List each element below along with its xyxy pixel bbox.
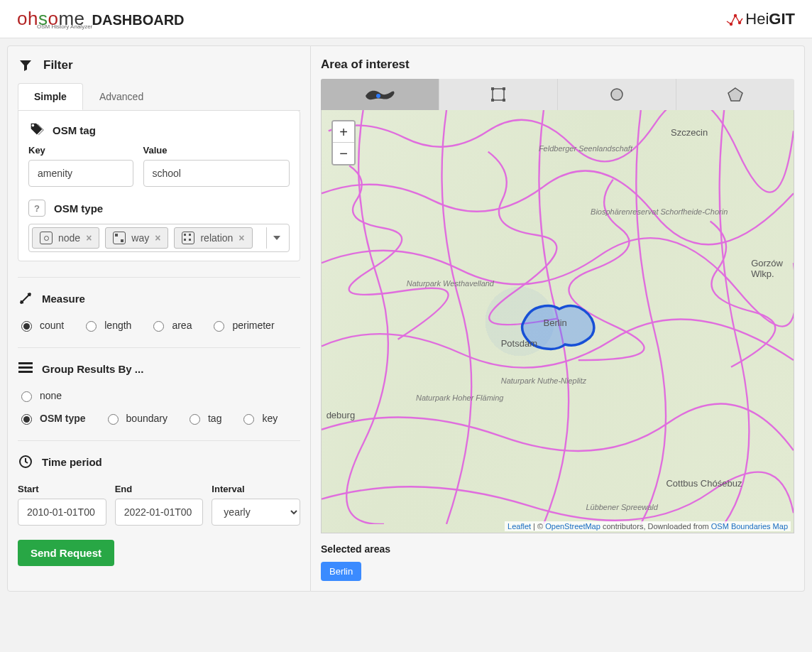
selected-boundary-berlin[interactable] xyxy=(515,296,600,352)
key-input[interactable] xyxy=(28,160,133,187)
interval-select[interactable]: yearly xyxy=(212,499,300,526)
measure-perimeter[interactable]: perimeter xyxy=(210,319,274,332)
osm-type-select[interactable]: node × way × relation × xyxy=(28,224,290,252)
clock-icon xyxy=(18,454,33,469)
relation-icon xyxy=(182,232,194,244)
aoi-tool-poly[interactable] xyxy=(676,79,794,110)
svg-rect-7 xyxy=(503,87,505,90)
filter-tabs: Simple Advanced xyxy=(18,83,300,111)
measure-options: count length area perimeter xyxy=(18,319,300,332)
osm-type-title: OSM type xyxy=(54,202,103,214)
svg-rect-8 xyxy=(491,99,494,102)
send-request-button[interactable]: Send Request xyxy=(18,540,114,566)
time-heading: Time period xyxy=(18,454,300,469)
zoom-out-button[interactable]: − xyxy=(333,143,354,164)
brand-tagline: OSM History Analyzer xyxy=(37,23,92,30)
measure-count[interactable]: count xyxy=(18,319,64,332)
zoom-in-button[interactable]: + xyxy=(333,121,354,143)
aoi-heading: Area of interest xyxy=(321,58,794,72)
chevron-down-icon[interactable] xyxy=(266,227,286,249)
start-label: Start xyxy=(18,484,106,494)
svg-point-10 xyxy=(611,89,622,100)
svg-rect-9 xyxy=(503,99,505,102)
svg-point-4 xyxy=(376,94,380,98)
way-icon xyxy=(113,232,126,244)
aoi-tool-circle[interactable] xyxy=(558,79,676,110)
svg-point-1 xyxy=(734,13,737,16)
circle-icon xyxy=(609,87,625,102)
polygon-icon xyxy=(727,87,744,102)
selected-areas-title: Selected areas xyxy=(321,543,794,555)
value-input[interactable] xyxy=(143,160,290,187)
selected-area-badge[interactable]: Berlin xyxy=(321,562,361,581)
rect-icon xyxy=(490,87,506,102)
svg-rect-5 xyxy=(493,89,504,100)
leaflet-link[interactable]: Leaflet xyxy=(508,522,531,531)
group-osmtype[interactable]: OSM type xyxy=(18,412,86,425)
chip-node[interactable]: node × xyxy=(32,227,99,249)
value-label: Value xyxy=(143,145,290,156)
filter-heading: Filter xyxy=(18,58,300,73)
remove-icon[interactable]: × xyxy=(238,232,244,244)
group-boundary[interactable]: boundary xyxy=(104,412,168,425)
heigit-icon xyxy=(725,11,744,27)
osm-tag-card: OSM tag Key Value ? OSM type xyxy=(18,110,300,261)
boundary-icon xyxy=(363,86,397,103)
node-icon xyxy=(40,232,53,244)
chip-way[interactable]: way × xyxy=(105,227,168,249)
start-input[interactable] xyxy=(18,499,106,526)
filter-icon xyxy=(18,58,33,73)
aoi-tool-rect[interactable] xyxy=(439,79,558,110)
list-icon xyxy=(18,361,33,376)
selected-areas: Selected areas Berlin xyxy=(321,543,794,581)
group-key[interactable]: key xyxy=(240,412,278,425)
svg-point-0 xyxy=(730,22,733,25)
aoi-panel: Area of interest xyxy=(311,45,805,592)
groupby-heading: Group Results By ... xyxy=(18,361,300,376)
tab-advanced[interactable]: Advanced xyxy=(83,83,160,110)
zoom-control: + − xyxy=(331,120,356,165)
end-input[interactable] xyxy=(115,499,204,526)
filter-title: Filter xyxy=(43,58,73,72)
measure-icon xyxy=(18,290,33,306)
measure-heading: Measure xyxy=(18,290,300,306)
group-tag[interactable]: tag xyxy=(186,412,221,425)
filter-panel: Filter Simple Advanced OSM tag Key Value xyxy=(7,45,311,592)
measure-area[interactable]: area xyxy=(150,319,192,332)
tag-icon xyxy=(28,122,44,138)
interval-label: Interval xyxy=(212,484,300,494)
svg-point-2 xyxy=(738,21,741,23)
map[interactable]: + − Leaflet | © OpenStreetMap contributo… xyxy=(321,110,794,533)
org-logo: HeiGIT xyxy=(725,10,795,28)
key-label: Key xyxy=(28,145,133,156)
topbar: ohsome DASHBOARD OSM History Analyzer He… xyxy=(0,0,812,38)
osm-link[interactable]: OpenStreetMap xyxy=(545,522,600,531)
chip-relation[interactable]: relation × xyxy=(174,227,252,249)
aoi-tool-boundary[interactable] xyxy=(321,79,439,110)
brand-suffix: DASHBOARD xyxy=(92,12,185,28)
aoi-toolbar xyxy=(321,79,794,110)
map-attribution: Leaflet | © OpenStreetMap contributors, … xyxy=(505,521,791,531)
svg-marker-11 xyxy=(728,88,742,101)
osm-tag-title: OSM tag xyxy=(53,124,96,136)
tab-simple[interactable]: Simple xyxy=(18,83,83,110)
obm-link[interactable]: OSM Boundaries Map xyxy=(711,522,788,531)
help-icon[interactable]: ? xyxy=(28,200,45,217)
remove-icon[interactable]: × xyxy=(86,232,92,244)
measure-length[interactable]: length xyxy=(82,319,131,332)
end-label: End xyxy=(115,484,204,494)
svg-rect-6 xyxy=(491,87,494,90)
remove-icon[interactable]: × xyxy=(155,232,160,244)
group-none[interactable]: none xyxy=(18,389,62,402)
